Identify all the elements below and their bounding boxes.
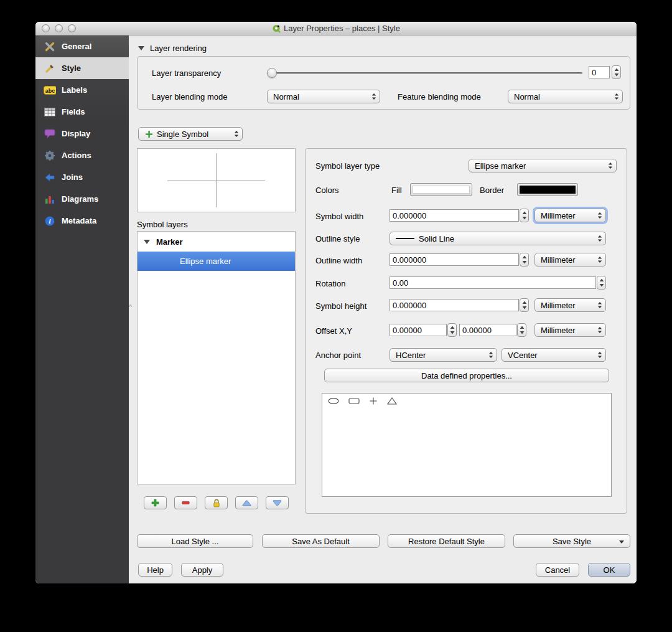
add-symbol-layer-button[interactable] bbox=[144, 496, 167, 509]
restore-default-style-button[interactable]: Restore Default Style bbox=[388, 534, 505, 548]
sidebar-item-joins[interactable]: Joins bbox=[35, 166, 129, 188]
minimize-button[interactable] bbox=[55, 24, 63, 32]
dropdown-arrows-icon bbox=[597, 349, 602, 361]
layer-rendering-header[interactable]: Layer rendering bbox=[138, 44, 207, 53]
symbol-layer-properties-panel: Symbol layer type Ellipse marker Colors … bbox=[305, 148, 627, 514]
tree-item-ellipse-marker[interactable]: Ellipse marker bbox=[138, 252, 295, 271]
sidebar-item-fields[interactable]: Fields bbox=[35, 101, 129, 123]
dropdown-arrows-icon bbox=[234, 128, 239, 140]
dropdown-arrows-icon bbox=[614, 90, 619, 103]
slider-thumb[interactable] bbox=[267, 68, 277, 78]
layer-blending-label: Layer blending mode bbox=[152, 92, 227, 101]
save-as-default-button[interactable]: Save As Default bbox=[262, 534, 380, 548]
slider-track[interactable] bbox=[267, 72, 582, 74]
rotation-stepper[interactable] bbox=[597, 276, 606, 290]
dropdown-arrows-icon bbox=[608, 159, 613, 172]
sidebar-item-display[interactable]: Display bbox=[35, 123, 129, 144]
move-down-button[interactable] bbox=[266, 496, 289, 509]
symbol-height-stepper[interactable] bbox=[520, 298, 529, 312]
symbol-preview-area bbox=[137, 148, 296, 212]
offset-y-stepper[interactable] bbox=[517, 323, 526, 337]
crossed-tools-icon bbox=[44, 41, 56, 52]
rectangle-symbol-icon[interactable] bbox=[348, 397, 360, 408]
window-titlebar[interactable]: Layer Properties – places | Style bbox=[35, 22, 637, 35]
cross-symbol-icon[interactable] bbox=[368, 397, 378, 408]
transparency-slider[interactable] bbox=[267, 67, 582, 79]
cancel-button[interactable]: Cancel bbox=[536, 563, 579, 577]
close-button[interactable] bbox=[42, 24, 50, 32]
dropdown-arrows-icon bbox=[597, 253, 602, 266]
save-style-button[interactable]: Save Style bbox=[513, 534, 630, 548]
outline-width-input[interactable] bbox=[390, 253, 519, 266]
symbol-height-unit-select[interactable]: Millimeter bbox=[534, 298, 606, 312]
qgis-icon bbox=[272, 24, 281, 33]
layer-rendering-groupbox: Layer transparency Layer blending mode N… bbox=[137, 56, 630, 110]
symbol-height-input[interactable] bbox=[390, 299, 519, 311]
join-arrow-icon bbox=[44, 173, 56, 182]
layer-properties-window: Layer Properties – places | Style Genera… bbox=[35, 22, 637, 583]
gear-icon bbox=[44, 150, 56, 161]
layer-blending-select[interactable]: Normal bbox=[267, 90, 380, 103]
outline-style-select[interactable]: Solid Line bbox=[390, 232, 606, 245]
offset-y-input[interactable] bbox=[459, 324, 516, 336]
fill-label: Fill bbox=[391, 186, 402, 195]
style-page-content: ^ Layer rendering Layer transparency Lay… bbox=[129, 35, 637, 583]
sidebar-item-labels[interactable]: abc Labels bbox=[35, 79, 129, 101]
solid-line-swatch bbox=[396, 238, 414, 239]
ellipse-symbol-icon[interactable] bbox=[327, 397, 340, 408]
transparency-value-input[interactable] bbox=[589, 66, 610, 78]
attribute-table-icon bbox=[44, 108, 56, 116]
load-style-button[interactable]: Load Style ... bbox=[137, 534, 253, 548]
sidebar-item-label: Labels bbox=[62, 85, 87, 95]
sidebar-item-actions[interactable]: Actions bbox=[35, 144, 129, 166]
help-button[interactable]: Help bbox=[138, 563, 172, 577]
border-label: Border bbox=[480, 186, 504, 195]
symbol-width-input[interactable] bbox=[390, 209, 519, 222]
outline-width-stepper[interactable] bbox=[520, 253, 529, 266]
symbol-width-stepper[interactable] bbox=[520, 209, 529, 222]
sidebar-item-general[interactable]: General bbox=[35, 35, 129, 57]
transparency-label: Layer transparency bbox=[152, 68, 221, 78]
border-color-button[interactable] bbox=[517, 183, 578, 196]
symbol-layers-label: Symbol layers bbox=[137, 220, 188, 229]
symbol-layers-tree: Marker Ellipse marker bbox=[137, 231, 296, 484]
ok-button[interactable]: OK bbox=[588, 563, 630, 577]
outline-width-unit-select[interactable]: Millimeter bbox=[534, 253, 606, 266]
svg-text:abc: abc bbox=[45, 87, 55, 93]
fill-color-button[interactable] bbox=[410, 183, 472, 196]
zoom-button[interactable] bbox=[68, 24, 76, 32]
symbol-layer-type-select[interactable]: Ellipse marker bbox=[469, 159, 617, 172]
symbol-width-unit-select[interactable]: Millimeter bbox=[534, 209, 606, 222]
border-color-swatch bbox=[520, 186, 576, 194]
dropdown-arrows-icon bbox=[597, 232, 602, 245]
renderer-type-select[interactable]: Single Symbol bbox=[138, 127, 243, 141]
outline-style-label: Outline style bbox=[315, 234, 360, 243]
triangle-symbol-icon[interactable] bbox=[386, 397, 398, 408]
sidebar-item-diagrams[interactable]: Diagrams bbox=[35, 188, 129, 210]
offset-x-stepper[interactable] bbox=[447, 323, 457, 337]
offset-unit-select[interactable]: Millimeter bbox=[534, 323, 606, 337]
preview-cross-vertical bbox=[217, 153, 217, 207]
splitter-collapse-handle[interactable]: ^ bbox=[129, 303, 132, 311]
sidebar-item-label: Joins bbox=[62, 172, 83, 182]
anchor-vertical-select[interactable]: VCenter bbox=[502, 348, 606, 362]
remove-symbol-layer-button[interactable] bbox=[174, 496, 197, 509]
sidebar-item-label: General bbox=[62, 42, 91, 51]
data-defined-properties-button[interactable]: Data defined properties... bbox=[324, 369, 609, 382]
lock-color-button[interactable] bbox=[205, 496, 228, 509]
transparency-stepper[interactable] bbox=[612, 65, 621, 79]
rotation-input[interactable] bbox=[390, 276, 596, 289]
sidebar-item-label: Fields bbox=[62, 107, 85, 116]
apply-button[interactable]: Apply bbox=[181, 563, 223, 577]
sidebar-item-metadata[interactable]: i Metadata bbox=[35, 210, 129, 232]
tree-group-marker[interactable]: Marker bbox=[138, 232, 295, 252]
disclosure-triangle-icon bbox=[138, 46, 144, 50]
anchor-horizontal-select[interactable]: HCenter bbox=[390, 348, 497, 362]
offset-x-input[interactable] bbox=[390, 324, 447, 336]
down-arrow-icon bbox=[271, 500, 284, 506]
move-up-button[interactable] bbox=[235, 496, 258, 509]
feature-blending-select[interactable]: Normal bbox=[508, 90, 623, 103]
dropdown-arrows-icon bbox=[597, 209, 602, 222]
sidebar-item-style[interactable]: Style bbox=[35, 57, 129, 79]
anchor-point-label: Anchor point bbox=[315, 351, 361, 360]
